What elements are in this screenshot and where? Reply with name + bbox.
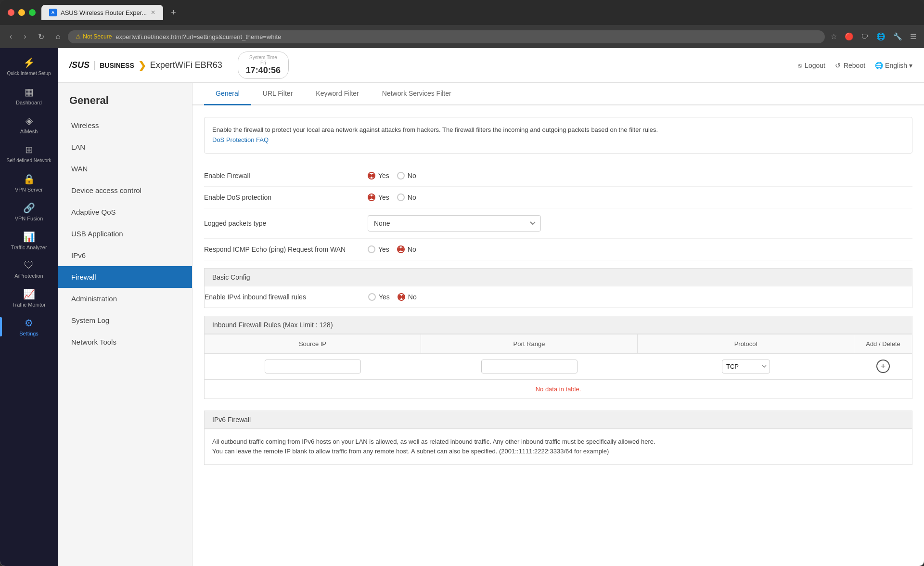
close-button[interactable] [8, 9, 14, 16]
tab-general[interactable]: General [204, 83, 251, 105]
sidebar-item-vpn-fusion[interactable]: 🔗 VPN Fusion [0, 197, 58, 226]
logout-button[interactable]: ⎋ Logout [798, 62, 825, 69]
add-rule-button[interactable]: + [876, 360, 890, 373]
content-panel: General Wireless LAN WAN Device access c… [58, 83, 924, 566]
back-button[interactable]: ‹ [6, 30, 16, 43]
source-ip-input[interactable] [265, 360, 361, 373]
page-content: Enable the firewall to protect your loca… [192, 105, 924, 476]
extension-icon-3[interactable]: 🌐 [874, 30, 887, 43]
home-button[interactable]: ⌂ [52, 30, 64, 43]
left-nav: General Wireless LAN WAN Device access c… [58, 83, 192, 566]
sidebar-item-traffic-monitor[interactable]: 📈 Traffic Monitor [0, 283, 58, 312]
col-port-range: Port Range [421, 334, 638, 353]
language-label: English [885, 62, 907, 69]
icmp-yes-option[interactable]: Yes [368, 245, 389, 253]
firewall-yes-radio[interactable] [368, 172, 375, 180]
sidebar-item-vpn-server[interactable]: 🔒 VPN Server [0, 168, 58, 197]
ipv4-yes-radio[interactable] [368, 293, 376, 301]
col-add-delete: Add / Delete [854, 334, 912, 353]
nav-item-lan[interactable]: LAN [58, 136, 192, 158]
tab-title: ASUS Wireless Router Exper... [61, 9, 147, 16]
sidebar-item-dashboard[interactable]: ▦ Dashboard [0, 81, 58, 110]
tab-close-icon[interactable]: ✕ [151, 9, 155, 16]
sidebar-item-traffic-analyzer[interactable]: 📊 Traffic Analyzer [0, 226, 58, 255]
app-window: ⚡ Quick Internet Setup ▦ Dashboard ◈ AiM… [0, 48, 924, 566]
tab-keyword-filter[interactable]: Keyword Filter [304, 83, 370, 105]
tab-url-filter[interactable]: URL Filter [251, 83, 305, 105]
enable-dos-row: Enable DoS protection Yes No [204, 187, 912, 208]
minimize-button[interactable] [18, 9, 25, 16]
logo-divider: | [93, 60, 96, 71]
forward-button[interactable]: › [20, 30, 30, 43]
sidebar-item-label: Traffic Analyzer [11, 244, 47, 250]
dos-yes-option[interactable]: Yes [368, 193, 389, 201]
inbound-rules-header: Inbound Firewall Rules (Max Limit : 128) [204, 316, 912, 334]
nav-item-device-access[interactable]: Device access control [58, 180, 192, 201]
maximize-button[interactable] [29, 9, 36, 16]
ipv4-yes-option[interactable]: Yes [368, 293, 390, 301]
bookmark-icon[interactable]: ☆ [829, 30, 839, 43]
security-indicator: ⚠ Not Secure [76, 33, 112, 40]
firewall-yes-option[interactable]: Yes [368, 172, 389, 180]
tab-network-services-filter[interactable]: Network Services Filter [371, 83, 463, 105]
logout-label: Logout [805, 62, 825, 69]
settings-icon: ⚙ [25, 317, 33, 329]
time-value: 17:40:56 [246, 65, 281, 76]
extension-icon-5[interactable]: ☰ [908, 30, 918, 43]
traffic-lights [8, 9, 36, 16]
nav-item-system-log[interactable]: System Log [58, 309, 192, 331]
nav-item-network-tools[interactable]: Network Tools [58, 331, 192, 353]
new-tab-button[interactable]: + [167, 6, 180, 20]
nav-item-usb-application[interactable]: USB Application [58, 223, 192, 244]
sidebar-item-aimesh[interactable]: ◈ AiMesh [0, 110, 58, 139]
sidebar-item-label: VPN Fusion [15, 216, 43, 221]
active-indicator [0, 317, 2, 336]
nav-item-wireless[interactable]: Wireless [58, 115, 192, 136]
ipv4-no-radio[interactable] [398, 293, 405, 301]
firewall-no-option[interactable]: No [397, 172, 416, 180]
extension-icon-4[interactable]: 🔧 [891, 30, 904, 43]
port-range-input[interactable] [481, 360, 578, 373]
dos-yes-radio[interactable] [368, 193, 375, 201]
nav-item-wan[interactable]: WAN [58, 158, 192, 180]
active-browser-tab[interactable]: A ASUS Wireless Router Exper... ✕ [41, 5, 163, 20]
reboot-button[interactable]: ↺ Reboot [835, 62, 865, 69]
extension-icon-1[interactable]: 🔴 [843, 30, 856, 43]
respond-icmp-row: Respond ICMP Echo (ping) Request from WA… [204, 239, 912, 260]
reload-button[interactable]: ↻ [34, 30, 48, 43]
enable-dos-label: Enable DoS protection [204, 193, 368, 201]
dos-faq-link[interactable]: DoS Protection FAQ [212, 136, 269, 143]
respond-icmp-control: Yes No [368, 245, 416, 253]
nav-item-ipv6[interactable]: IPv6 [58, 244, 192, 266]
sidebar-item-self-defined[interactable]: ⊞ Self-defined Network [0, 139, 58, 168]
icmp-no-option[interactable]: No [397, 245, 416, 253]
app-header: /SUS | BUSINESS ❯ ExpertWiFi EBR63 Syste… [58, 48, 924, 83]
dos-no-radio[interactable] [397, 193, 405, 201]
icmp-no-radio[interactable] [397, 245, 405, 253]
enable-firewall-control: Yes No [368, 172, 416, 180]
sidebar-item-label: AiMesh [20, 129, 38, 134]
logo-area: /SUS | BUSINESS ❯ ExpertWiFi EBR63 [69, 60, 222, 71]
sidebar-item-aiprotection[interactable]: 🛡 AiProtection [0, 255, 58, 283]
sidebar-item-label: Quick Internet Setup [7, 70, 51, 77]
nav-item-administration[interactable]: Administration [58, 288, 192, 309]
icmp-yes-radio[interactable] [368, 245, 375, 253]
day-label: Fri [260, 60, 266, 65]
firewall-no-radio[interactable] [397, 172, 405, 180]
nav-item-adaptive-qos[interactable]: Adaptive QoS [58, 201, 192, 223]
asus-logo: /SUS [69, 60, 90, 70]
sidebar-item-settings[interactable]: ⚙ Settings [0, 312, 58, 341]
sidebar-item-quick-internet[interactable]: ⚡ Quick Internet Setup [0, 52, 58, 81]
logged-packets-select[interactable]: None Dropped Accepted Both [368, 215, 541, 232]
nav-item-firewall[interactable]: Firewall [58, 266, 192, 288]
enable-ipv4-label: Enable IPv4 inbound firewall rules [205, 293, 368, 301]
address-bar[interactable]: ⚠ Not Secure expertwifi.net/index.html?u… [68, 30, 825, 43]
protocol-select[interactable]: TCP UDP BOTH [722, 360, 770, 373]
dos-no-option[interactable]: No [397, 193, 416, 201]
ipv4-no-option[interactable]: No [398, 293, 417, 301]
header-actions: ⎋ Logout ↺ Reboot 🌐 English ▾ [798, 62, 912, 69]
enable-firewall-label: Enable Firewall [204, 172, 368, 180]
language-selector[interactable]: 🌐 English ▾ [875, 62, 912, 69]
extension-icon-2[interactable]: 🛡 [860, 31, 871, 43]
address-text: expertwifi.net/index.html?url=settings&c… [116, 33, 281, 40]
